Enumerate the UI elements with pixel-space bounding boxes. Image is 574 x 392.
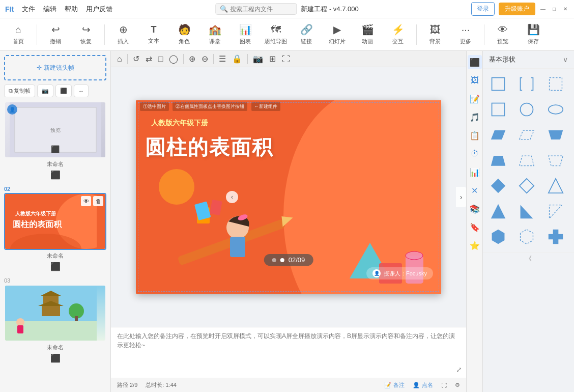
- shape-parallelogram-dashed[interactable]: [515, 124, 538, 146]
- slide-annotations: ①透中图片 ②右侧属性面板点击替换图片按钮 ←新建组件: [136, 100, 441, 113]
- fit-button[interactable]: ⬛: [55, 85, 72, 97]
- home-nav-icon[interactable]: ⌂: [115, 53, 124, 65]
- shape-trapezoid-2[interactable]: [544, 149, 567, 172]
- notes-button[interactable]: 📝 备注: [384, 381, 405, 389]
- square-icon[interactable]: □: [156, 53, 165, 65]
- shapes-tool-icon[interactable]: ⬛: [468, 55, 482, 69]
- shape-rect[interactable]: [487, 73, 509, 95]
- tool-text[interactable]: T 文本: [139, 20, 168, 49]
- tool-lesson[interactable]: 🏫 课堂: [200, 20, 229, 49]
- shape-parallelogram-1[interactable]: [487, 124, 509, 146]
- fullscreen-icon[interactable]: ⛶: [280, 53, 292, 65]
- tool-animation[interactable]: 🎬 动画: [353, 20, 382, 49]
- timer-tool-icon[interactable]: ⏱: [468, 147, 482, 161]
- tool-chart[interactable]: 📊 图表: [231, 20, 260, 49]
- maximize-button[interactable]: □: [551, 6, 558, 13]
- menu-file[interactable]: 文件: [22, 5, 35, 14]
- tool-more[interactable]: ··· 更多: [451, 20, 480, 49]
- shape-diamond[interactable]: [487, 175, 509, 197]
- shapes-collapse-button[interactable]: 《: [526, 255, 532, 263]
- flip-h-icon[interactable]: ⇄: [144, 53, 154, 65]
- table-tool-icon[interactable]: 📋: [468, 128, 482, 143]
- tool-mindmap[interactable]: 🗺 思维导图: [262, 20, 290, 49]
- tool-character[interactable]: 🧑 角色: [170, 20, 198, 49]
- new-frame-button[interactable]: ✛ 新建镜头帧: [4, 55, 106, 80]
- slide-thumb-1[interactable]: 预览 👤 ⬛: [4, 101, 106, 158]
- close-button[interactable]: ✕: [562, 6, 569, 13]
- shape-hexagon-dashed[interactable]: [515, 226, 538, 248]
- tool-link[interactable]: 🔗 链接: [292, 20, 321, 49]
- star-tool-icon[interactable]: ⭐: [468, 238, 482, 253]
- image-tool-icon[interactable]: 🖼: [468, 73, 482, 88]
- project-title: 新建工程 - v4.7.000: [301, 5, 358, 14]
- shape-triangle-filled[interactable]: [487, 200, 509, 222]
- lock-icon[interactable]: 🔒: [230, 53, 244, 65]
- shapes-expand-icon[interactable]: ∨: [563, 55, 568, 64]
- tool-bg[interactable]: 🖼 背景: [421, 20, 449, 49]
- shape-cross[interactable]: [544, 226, 567, 248]
- shape-trapezoid-dashed[interactable]: [515, 149, 538, 172]
- slide-3-container: 03: [4, 277, 106, 363]
- slide-thumb-2[interactable]: 人教版六年级下册 圆柱的表面积 👁 🗑: [4, 193, 106, 250]
- shape-diamond-outline[interactable]: [515, 175, 538, 197]
- slides-panel: ✛ 新建镜头帧 ⧉ 复制帧 📷 ⬛ ↔: [0, 51, 111, 392]
- slide-thumb-3[interactable]: [4, 285, 106, 342]
- shape-hexagon[interactable]: [487, 226, 509, 248]
- settings-status-button[interactable]: ⚙: [455, 382, 460, 388]
- data-tool-icon[interactable]: 📊: [468, 165, 482, 179]
- fullscreen-status-button[interactable]: ⛶: [441, 382, 447, 388]
- layers-tool-icon[interactable]: 📚: [468, 202, 482, 216]
- tool-mindmap-label: 思维导图: [265, 38, 287, 45]
- login-button[interactable]: 登录: [471, 2, 495, 16]
- search-box[interactable]: 🔍: [215, 3, 297, 15]
- notes-textarea[interactable]: [117, 331, 460, 367]
- tool-home[interactable]: ⌂ 首页: [4, 20, 33, 49]
- audio-tool-icon[interactable]: 🎵: [468, 110, 482, 124]
- tool-save[interactable]: 💾 保存: [519, 20, 548, 49]
- tool-redo[interactable]: ↪ 恢复: [72, 20, 100, 49]
- zoom-in-icon[interactable]: ⊕: [187, 53, 197, 65]
- menu-help[interactable]: 帮助: [65, 5, 78, 14]
- align-icon[interactable]: ☰: [217, 53, 228, 65]
- shape-trapezoid-1[interactable]: [487, 149, 509, 172]
- shape-right-triangle[interactable]: [515, 200, 538, 222]
- text-tool-icon[interactable]: 📝: [468, 92, 482, 106]
- shape-ellipse[interactable]: [544, 98, 567, 121]
- tool-interact[interactable]: ⚡ 交互: [384, 20, 412, 49]
- bookmark-tool-icon[interactable]: 🔖: [468, 220, 482, 234]
- canvas-nav-next-button[interactable]: ›: [456, 187, 466, 207]
- restore-icon[interactable]: ↺: [131, 53, 141, 65]
- slide-eye-icon[interactable]: 👁: [81, 196, 91, 206]
- search-input[interactable]: [230, 6, 291, 13]
- menu-feedback[interactable]: 用户反馈: [86, 5, 112, 14]
- pointer-label: 点名: [422, 381, 433, 389]
- circle-tool-icon[interactable]: ◯: [167, 53, 180, 65]
- screenshot-button[interactable]: 📷: [37, 85, 53, 97]
- minimize-button[interactable]: —: [539, 6, 547, 13]
- upgrade-button[interactable]: 升级账户: [499, 3, 535, 15]
- pointer-button[interactable]: 👤 点名: [413, 381, 433, 389]
- shape-circle[interactable]: [515, 98, 538, 121]
- expand-button[interactable]: ↔: [74, 85, 89, 97]
- close-tool-icon[interactable]: ✕: [468, 183, 482, 198]
- shape-right-triangle-2[interactable]: [544, 200, 567, 222]
- zoom-out-icon[interactable]: ⊖: [199, 53, 210, 65]
- tool-undo[interactable]: ↩ 撤销: [41, 20, 70, 49]
- canvas-nav-prev-button[interactable]: ‹: [226, 191, 238, 203]
- tool-preview[interactable]: 👁 预览: [489, 20, 517, 49]
- grid-icon[interactable]: ⊞: [267, 53, 278, 65]
- shape-parallelogram-2[interactable]: [544, 124, 567, 146]
- undo-icon: ↩: [51, 23, 60, 36]
- shape-dashed-rect[interactable]: [544, 73, 567, 95]
- shape-solid-rect[interactable]: [487, 98, 509, 121]
- shape-triangle[interactable]: [544, 175, 567, 197]
- shape-bracket-rect[interactable]: [515, 73, 538, 95]
- camera-canvas-icon[interactable]: 📷: [251, 53, 265, 65]
- tool-slide[interactable]: ▶ 幻灯片: [323, 20, 351, 49]
- tool-more-label: 更多: [460, 38, 471, 45]
- copy-frame-button[interactable]: ⧉ 复制帧: [4, 85, 35, 97]
- notes-expand-button[interactable]: ⤢: [456, 366, 462, 374]
- tool-insert[interactable]: ⊕ 插入: [109, 20, 137, 49]
- slide-delete-icon[interactable]: 🗑: [93, 196, 103, 206]
- menu-edit[interactable]: 编辑: [43, 5, 56, 14]
